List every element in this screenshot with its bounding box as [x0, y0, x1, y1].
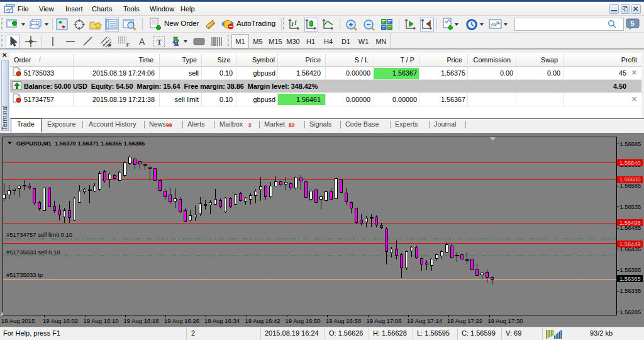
svg-text:19 Aug 16:10: 19 Aug 16:10: [84, 317, 119, 324]
svg-text:T: T: [157, 37, 162, 47]
svg-text:19 Aug 17:06: 19 Aug 17:06: [367, 317, 402, 324]
svg-text:19 Aug 16:18: 19 Aug 16:18: [124, 317, 159, 324]
svg-text:1.56449: 1.56449: [619, 241, 641, 247]
svg-text:19 Aug 16:26: 19 Aug 16:26: [164, 317, 199, 324]
svg-text:19 Aug 16:02: 19 Aug 16:02: [43, 317, 78, 324]
svg-text:19 Aug 16:50: 19 Aug 16:50: [286, 317, 321, 324]
svg-text:1.56685: 1.56685: [620, 141, 641, 147]
svg-text:E: E: [108, 43, 112, 48]
svg-text:5: 5: [631, 20, 635, 27]
svg-text:1.56385: 1.56385: [620, 267, 641, 273]
svg-text:#51734757 sell limit 0.10: #51734757 sell limit 0.10: [6, 231, 72, 238]
svg-text:GBPUSD,M1 1.56370 1.56371 1.5: GBPUSD,M1 1.56370 1.56371 1.56355 1.5636…: [16, 140, 145, 147]
svg-text:A: A: [139, 37, 145, 47]
svg-text:w: w: [7, 9, 11, 13]
svg-text:1.56498: 1.56498: [619, 220, 641, 226]
svg-text:1.56585: 1.56585: [620, 183, 641, 189]
svg-text:#51735033 tp: #51735033 tp: [6, 271, 43, 278]
svg-text:F: F: [126, 42, 130, 48]
svg-text:19 Aug 17:14: 19 Aug 17:14: [407, 317, 442, 324]
svg-text:19 Aug 17:30: 19 Aug 17:30: [488, 317, 523, 324]
svg-text:1.56640: 1.56640: [619, 160, 641, 166]
svg-text:19 Aug 17:22: 19 Aug 17:22: [447, 317, 482, 324]
svg-text:1.56335: 1.56335: [620, 288, 641, 294]
svg-text:1.56600: 1.56600: [619, 176, 641, 183]
svg-text:1.56285: 1.56285: [620, 309, 641, 315]
svg-text:19 Aug 16:42: 19 Aug 16:42: [245, 317, 280, 324]
svg-text:19 Aug 16:58: 19 Aug 16:58: [326, 317, 361, 324]
svg-text:19 Aug 2015: 19 Aug 2015: [1, 317, 35, 324]
svg-text:19 Aug 16:34: 19 Aug 16:34: [204, 317, 240, 324]
svg-text:1.56365: 1.56365: [619, 276, 641, 282]
svg-text:1.56535: 1.56535: [620, 204, 641, 210]
svg-text:#51735033 sell 0.10: #51735033 sell 0.10: [6, 249, 60, 256]
